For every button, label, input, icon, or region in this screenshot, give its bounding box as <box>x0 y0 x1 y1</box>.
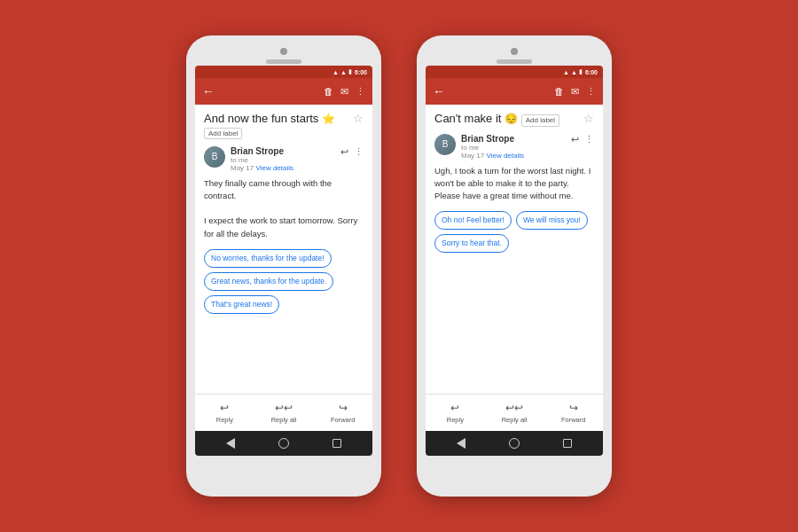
avatar-inner-2: B <box>434 134 456 155</box>
subject-emoji-2: 😔 <box>505 113 518 125</box>
smart-reply-chip-1-2[interactable]: Great news, thanks for the update. <box>204 272 333 291</box>
forward-btn-label-2: Forward <box>561 416 586 424</box>
reply-btn-icon-2: ↩ <box>450 402 459 414</box>
back-button-2[interactable]: ← <box>433 84 445 98</box>
add-label-btn-1[interactable]: Add label <box>204 128 242 139</box>
reply-btn-icon-1: ↩ <box>220 402 229 414</box>
forward-btn-1[interactable]: ↪ Forward <box>313 395 372 431</box>
phone-1-screen: ▲ ▲ ▮ 6:00 ← 🗑 ✉ ⋮ And now the fun start… <box>195 66 372 456</box>
signal-icon-1: ▲ <box>332 69 339 75</box>
sender-to-1: to me <box>231 156 335 164</box>
status-bar-2: ▲ ▲ ▮ 6:00 <box>426 66 603 78</box>
phone-nav-bar-2 <box>426 431 603 456</box>
view-details-2[interactable]: View details <box>486 152 524 160</box>
sender-date-1: May 17 View details <box>231 164 335 172</box>
avatar-2: B <box>434 134 456 155</box>
subject-area-2: Can't make it 😔 Add label <box>434 112 559 127</box>
phone-2-screen: ▲ ▲ ▮ 6:00 ← 🗑 ✉ ⋮ Can't make it 😔 <box>426 66 603 456</box>
reply-all-btn-label-1: Reply all <box>271 416 297 424</box>
reply-btn-1[interactable]: ↩ Reply <box>195 395 254 431</box>
smart-reply-chip-2-2[interactable]: We will miss you! <box>516 211 588 230</box>
email-body-1: They finally came through with the contr… <box>204 177 364 240</box>
reply-btn-label-2: Reply <box>447 416 464 424</box>
email-content-1: And now the fun starts ⭐ Add label ☆ B B… <box>195 105 372 394</box>
more-sender-icon-2[interactable]: ⋮ <box>584 134 594 145</box>
sender-name-2: Brian Strope <box>461 134 566 144</box>
smart-reply-chip-2-3[interactable]: Sorry to hear that. <box>434 234 509 253</box>
reply-icon-2[interactable]: ↩ <box>571 134 579 145</box>
wifi-icon-1: ▲ <box>340 69 347 75</box>
sender-to-2: to me <box>461 144 566 152</box>
reply-all-btn-icon-1: ↩↩ <box>275 402 293 414</box>
status-icons-1: ▲ ▲ ▮ <box>332 68 352 75</box>
email-content-2: Can't make it 😔 Add label ☆ B Brian Stro… <box>426 105 603 394</box>
back-button-1[interactable]: ← <box>202 84 215 98</box>
sender-info-2: Brian Strope to me May 17 View details <box>461 134 566 160</box>
forward-btn-label-1: Forward <box>331 416 356 424</box>
phone-2-bottom <box>426 461 603 488</box>
more-icon-2[interactable]: ⋮ <box>586 86 596 98</box>
sender-date-2: May 17 View details <box>461 152 566 160</box>
reply-btn-label-1: Reply <box>216 416 233 424</box>
avatar-1: B <box>204 146 225 168</box>
home-nav-2[interactable] <box>509 438 520 449</box>
phone-1-speaker <box>266 59 301 64</box>
signal-icon-2: ▲ <box>563 69 569 75</box>
status-icons-2: ▲ ▲ ▮ <box>563 68 583 75</box>
mail-icon-2[interactable]: ✉ <box>571 86 579 98</box>
email-body-2: Ugh, I took a turn for the worst last ni… <box>434 165 594 203</box>
subject-emoji-1: ⭐ <box>322 113 335 125</box>
sender-actions-2: ↩ ⋮ <box>571 134 594 145</box>
sender-name-1: Brian Strope <box>231 146 335 156</box>
wifi-icon-2: ▲ <box>571 69 577 75</box>
email-subject-2: Can't make it 😔 Add label <box>434 112 559 127</box>
toolbar-icons-2: 🗑 ✉ ⋮ <box>554 86 596 98</box>
forward-btn-2[interactable]: ↪ Forward <box>544 395 603 431</box>
phone-2-camera <box>511 48 518 55</box>
toolbar-icons-1: 🗑 ✉ ⋮ <box>324 86 365 98</box>
reply-icon-1[interactable]: ↩ <box>340 146 348 158</box>
sender-actions-1: ↩ ⋮ <box>340 146 364 158</box>
forward-btn-icon-2: ↪ <box>569 402 578 414</box>
subject-area-1: And now the fun starts ⭐ Add label <box>204 112 335 139</box>
reply-all-btn-icon-2: ↩↩ <box>505 402 523 414</box>
smart-replies-2: Oh no! Feel better! We will miss you! So… <box>434 211 594 253</box>
smart-reply-chip-1-1[interactable]: No worries, thanks for the update! <box>204 249 332 268</box>
smart-replies-1: No worries, thanks for the update! Great… <box>204 249 364 314</box>
delete-icon-2[interactable]: 🗑 <box>554 86 564 97</box>
battery-icon-2: ▮ <box>579 68 583 75</box>
subject-row-2: Can't make it 😔 Add label ☆ <box>434 112 594 127</box>
reply-all-btn-1[interactable]: ↩↩ Reply all <box>254 395 314 431</box>
battery-icon-1: ▮ <box>348 68 352 75</box>
star-icon-2[interactable]: ☆ <box>583 112 594 125</box>
status-bar-1: ▲ ▲ ▮ 6:00 <box>195 66 372 78</box>
smart-reply-chip-2-1[interactable]: Oh no! Feel better! <box>434 211 512 230</box>
smart-reply-chip-1-3[interactable]: That's great news! <box>204 295 279 314</box>
app-toolbar-2: ← 🗑 ✉ ⋮ <box>426 78 603 105</box>
reply-all-btn-2[interactable]: ↩↩ Reply all <box>485 395 544 431</box>
email-subject-1: And now the fun starts ⭐ <box>204 112 335 126</box>
add-label-btn-2[interactable]: Add label <box>521 114 559 127</box>
reply-btn-2[interactable]: ↩ Reply <box>426 395 485 431</box>
reply-all-btn-label-2: Reply all <box>502 416 528 424</box>
delete-icon-1[interactable]: 🗑 <box>324 86 333 97</box>
recents-nav-1[interactable] <box>332 439 341 448</box>
time-2: 6:00 <box>585 69 598 75</box>
back-nav-1[interactable] <box>226 438 235 449</box>
action-bar-1: ↩ Reply ↩↩ Reply all ↪ Forward <box>195 394 372 431</box>
recents-nav-2[interactable] <box>563 439 572 448</box>
home-nav-1[interactable] <box>278 438 289 449</box>
star-icon-1[interactable]: ☆ <box>353 112 364 125</box>
more-icon-1[interactable]: ⋮ <box>356 86 365 98</box>
mail-icon-1[interactable]: ✉ <box>340 86 348 98</box>
back-nav-2[interactable] <box>457 438 466 449</box>
phone-nav-bar-1 <box>195 431 372 456</box>
phone-1-bottom <box>195 461 372 488</box>
phone-1: ▲ ▲ ▮ 6:00 ← 🗑 ✉ ⋮ And now the fun start… <box>186 35 381 497</box>
subject-row-1: And now the fun starts ⭐ Add label ☆ <box>204 112 364 139</box>
app-toolbar-1: ← 🗑 ✉ ⋮ <box>195 78 372 105</box>
view-details-1[interactable]: View details <box>255 164 293 172</box>
phone-1-top <box>195 44 372 66</box>
phone-1-camera <box>280 48 287 55</box>
more-sender-icon-1[interactable]: ⋮ <box>354 146 364 158</box>
